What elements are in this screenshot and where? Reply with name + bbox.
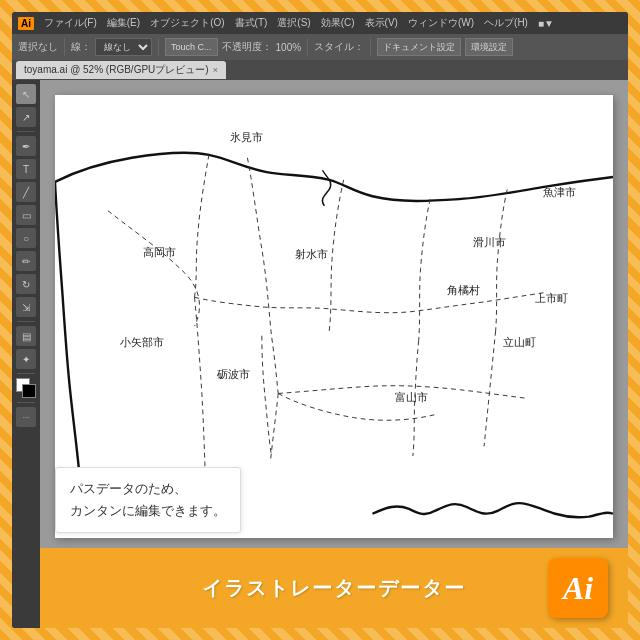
main-area: ↖ ↗ ✒ T ╱ ▭ ○ ✏ ↻ ⇲ ▤ ✦ ··· — [12, 80, 628, 628]
ai-logo-large: Ai — [548, 558, 608, 618]
toolbar-sep-4 — [370, 38, 371, 56]
opacity-value: 100% — [276, 42, 302, 53]
label-kadobashimura: 角橘村 — [447, 283, 480, 298]
tool-sep-1 — [17, 131, 35, 132]
doc-settings-btn[interactable]: ドキュメント設定 — [377, 38, 461, 56]
bottom-banner: イラストレーターデーター Ai — [40, 548, 628, 628]
label-tateyamamachi: 立山町 — [503, 335, 536, 350]
label-himishi: 氷見市 — [230, 130, 263, 145]
imizu-right — [329, 180, 343, 331]
toolbar-sep-1 — [64, 38, 65, 56]
label-imizushi: 射水市 — [295, 247, 328, 262]
touch-btn[interactable]: Touch C... — [165, 38, 218, 56]
tool-rect[interactable]: ▭ — [16, 205, 36, 225]
tool-rotate[interactable]: ↻ — [16, 274, 36, 294]
tool-sep-3 — [17, 373, 35, 374]
label-oyabeshi: 小矢部市 — [120, 335, 164, 350]
background-color[interactable] — [22, 384, 36, 398]
tool-select[interactable]: ↖ — [16, 84, 36, 104]
canvas-area: 氷見市 高岡市 射水市 滑川市 魚津市 角橘村 小矢部市 砺波市 立山町 上市町… — [40, 80, 628, 628]
menu-window[interactable]: ウィンドウ(W) — [404, 14, 478, 32]
menubar: Ai ファイル(F) 編集(E) オブジェクト(O) 書式(T) 選択(S) 効… — [12, 12, 628, 34]
menu-file[interactable]: ファイル(F) — [40, 14, 101, 32]
ai-logo-menu: Ai — [18, 17, 34, 30]
menu-object[interactable]: オブジェクト(O) — [146, 14, 228, 32]
oyabe-path — [108, 211, 200, 326]
tool-extra[interactable]: ··· — [16, 407, 36, 427]
tool-eyedrop[interactable]: ✦ — [16, 349, 36, 369]
info-line2: カンタンに編集できます。 — [70, 500, 226, 522]
stroke-select[interactable]: 線なし — [95, 38, 152, 56]
info-line1: パスデータのため、 — [70, 478, 226, 500]
label-toyamashi: 富山市 — [395, 390, 428, 405]
h-divider-1 — [195, 292, 546, 312]
label-tonami: 砺波市 — [217, 367, 250, 382]
uozu-border — [496, 190, 508, 331]
tool-sep-2 — [17, 321, 35, 322]
tool-brush[interactable]: ✏ — [16, 251, 36, 271]
label-uozushi: 魚津市 — [543, 185, 576, 200]
tool-direct[interactable]: ↗ — [16, 107, 36, 127]
tonami-bottom — [271, 393, 279, 460]
label-kamiichimachi: 上市町 — [535, 291, 568, 306]
bottom-text: イラストレーターデーター — [202, 575, 466, 602]
menu-help[interactable]: ヘルプ(H) — [480, 14, 532, 32]
label-takaokashi: 高岡市 — [143, 245, 176, 260]
tool-pen[interactable]: ✒ — [16, 136, 36, 156]
opacity-label: 不透明度： — [222, 40, 272, 54]
file-tab[interactable]: toyama.ai @ 52% (RGB/GPUプレビュー) × — [16, 61, 226, 79]
north-coast — [55, 153, 613, 201]
toolbar-sep-3 — [307, 38, 308, 56]
stroke-label: 線： — [71, 40, 91, 54]
menu-edit[interactable]: 編集(E) — [103, 14, 144, 32]
takaoka-right — [247, 158, 278, 394]
tabbar: toyama.ai @ 52% (RGB/GPUプレビュー) × — [12, 60, 628, 80]
info-box: パスデータのため、 カンタンに編集できます。 — [55, 467, 241, 533]
menu-extra[interactable]: ■▼ — [534, 16, 558, 31]
tab-filename: toyama.ai @ 52% (RGB/GPUプレビュー) — [24, 63, 209, 77]
menu-effect[interactable]: 効果(C) — [317, 14, 359, 32]
south-coast — [372, 503, 613, 517]
nanto-right — [195, 297, 206, 470]
tonami-border — [262, 336, 272, 456]
label-namerikawashi: 滑川市 — [473, 235, 506, 250]
menu-format[interactable]: 書式(T) — [231, 14, 272, 32]
inner-card: Ai ファイル(F) 編集(E) オブジェクト(O) 書式(T) 選択(S) 効… — [12, 12, 628, 628]
tool-sep-4 — [17, 402, 35, 403]
v-line-2 — [484, 331, 496, 446]
tool-text[interactable]: T — [16, 159, 36, 179]
tool-line[interactable]: ╱ — [16, 182, 36, 202]
menu-view[interactable]: 表示(V) — [361, 14, 402, 32]
outer-frame: Ai ファイル(F) 編集(E) オブジェクト(O) 書式(T) 選択(S) 効… — [0, 0, 640, 640]
menu-select[interactable]: 選択(S) — [273, 14, 314, 32]
env-settings-btn[interactable]: 環境設定 — [465, 38, 513, 56]
namerikawa-border — [419, 199, 431, 340]
ai-logo-text: Ai — [563, 570, 593, 607]
tab-close-btn[interactable]: × — [213, 65, 218, 75]
tool-scale[interactable]: ⇲ — [16, 297, 36, 317]
tool-gradient[interactable]: ▤ — [16, 326, 36, 346]
color-boxes[interactable] — [16, 378, 36, 398]
left-toolbar: ↖ ↗ ✒ T ╱ ▭ ○ ✏ ↻ ⇲ ▤ ✦ ··· — [12, 80, 40, 628]
toolbar-sep-2 — [158, 38, 159, 56]
river-feature — [322, 170, 330, 206]
toolbar: 選択なし 線： 線なし Touch C... 不透明度： 100% スタイル： … — [12, 34, 628, 60]
style-label: スタイル： — [314, 40, 364, 54]
himi-border — [195, 155, 209, 297]
tool-ellipse[interactable]: ○ — [16, 228, 36, 248]
select-label: 選択なし — [18, 40, 58, 54]
